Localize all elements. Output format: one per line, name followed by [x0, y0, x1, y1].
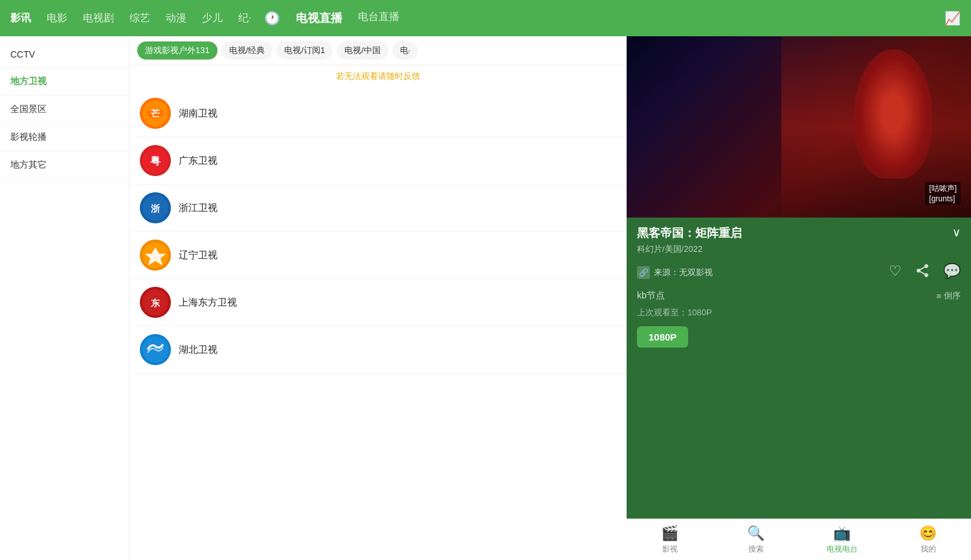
- bottom-nav-item-tv[interactable]: 📺 电视电台: [799, 525, 885, 555]
- nav-item-zongyi[interactable]: 综艺: [129, 12, 150, 25]
- channel-name-shanghai: 上海东方卫视: [179, 297, 237, 309]
- channel-item-shanghai[interactable]: 东 上海东方卫视: [129, 279, 627, 326]
- liaoning-logo-svg: [142, 242, 168, 268]
- quality-badge[interactable]: 1080P: [637, 326, 688, 348]
- channel-item-zhejiang[interactable]: 浙 浙江卫视: [129, 185, 627, 232]
- video-info-panel: 黑客帝国：矩阵重启 ∨ 科幻片/美国/2022 🔗 来源：无双影视 ♡ 💬: [627, 218, 971, 519]
- bottom-nav-icon-tv: 📺: [833, 525, 851, 542]
- overlay-channel-list: 游戏影视户外131 电视/经典 电视/订阅1 电视/中国 电· 若无法观看请随时…: [129, 36, 627, 560]
- left-panel: 榜单 分类 › 实时电影榜 每小时更新 实时电视榜 每小时更新 口碑榜 每周五更…: [0, 36, 627, 560]
- bottom-nav-label-mine: 我的: [921, 544, 936, 555]
- nav-item-yingxun[interactable]: 影讯: [10, 12, 31, 25]
- share-icon[interactable]: [915, 263, 930, 282]
- channel-item-guangdong[interactable]: 粤 广东卫视: [129, 137, 627, 185]
- channel-name-hubei: 湖北卫视: [179, 344, 218, 356]
- sidebar-item-movie-rotation[interactable]: 影视轮播: [0, 124, 129, 151]
- channel-name-liaoning: 辽宁卫视: [179, 249, 218, 262]
- video-title-row: 黑客帝国：矩阵重启 ∨: [637, 225, 961, 241]
- main-area: 榜单 分类 › 实时电影榜 每小时更新 实时电视榜 每小时更新 口碑榜 每周五更…: [0, 36, 971, 560]
- channel-name-hunan: 湖南卫视: [179, 107, 218, 120]
- nav-item-dongman[interactable]: 动漫: [166, 12, 186, 25]
- video-title: 黑客帝国：矩阵重启: [637, 225, 742, 241]
- svg-text:浙: 浙: [151, 203, 161, 214]
- share-svg: [915, 263, 930, 278]
- video-subtitle: [咕哝声] [grunts]: [925, 182, 961, 205]
- channel-tabs: 游戏影视户外131 电视/经典 电视/订阅1 电视/中国 电·: [129, 36, 627, 65]
- video-chevron-icon[interactable]: ∨: [952, 225, 961, 240]
- shanghai-logo-svg: 东: [142, 289, 168, 315]
- channel-item-hubei[interactable]: 湖北卫视: [129, 326, 627, 374]
- nav-item-dianshiju[interactable]: 电视剧: [83, 12, 114, 25]
- nav-live-radio[interactable]: 电台直播: [358, 10, 399, 26]
- kb-node-label[interactable]: kb节点: [637, 290, 665, 302]
- video-options-row: kb节点 ≡ 倒序: [637, 290, 961, 302]
- link-icon: 🔗: [637, 266, 650, 279]
- channel-tab-tv-more[interactable]: 电·: [392, 41, 419, 60]
- nav-item-list: 影讯 电影 电视剧 综艺 动漫 少儿 纪·: [10, 12, 251, 25]
- bottom-nav-right: 🎬 影视 🔍 搜索 📺 电视电台 😊 我的: [627, 519, 971, 560]
- video-meta: 科幻片/美国/2022: [637, 243, 961, 255]
- channel-logo-zhejiang: 浙: [140, 192, 171, 223]
- bottom-nav-icon-yingxun: 🎬: [661, 525, 678, 542]
- bottom-nav-item-search[interactable]: 🔍 搜索: [713, 525, 799, 555]
- reverse-order[interactable]: ≡ 倒序: [936, 290, 961, 302]
- top-navigation: 影讯 电影 电视剧 综艺 动漫 少儿 纪· 🕐 电视直播 电台直播 📈: [0, 0, 971, 36]
- channel-tab-tv-classic[interactable]: 电视/经典: [221, 41, 273, 60]
- svg-text:东: 东: [151, 298, 161, 308]
- bottom-nav-item-mine[interactable]: 😊 我的: [885, 525, 971, 555]
- guangdong-logo-svg: 粤: [142, 148, 168, 174]
- favorite-icon[interactable]: ♡: [889, 263, 902, 282]
- video-background: [627, 36, 971, 218]
- sidebar-item-national-scenic[interactable]: 全国景区: [0, 96, 129, 124]
- sidebar-item-local-satellite[interactable]: 地方卫视: [0, 68, 129, 96]
- svg-text:粤: 粤: [150, 155, 161, 166]
- video-actions: 🔗 来源：无双影视 ♡ 💬: [637, 263, 961, 282]
- nav-live-tv[interactable]: 电视直播: [296, 10, 342, 26]
- bottom-nav-icon-mine: 😊: [919, 525, 937, 542]
- channel-name-zhejiang: 浙江卫视: [179, 202, 218, 214]
- live-nav: 电视直播 电台直播: [296, 10, 399, 26]
- right-panel: [咕哝声] [grunts] 黑客帝国：矩阵重启 ∨ 科幻片/美国/2022 🔗…: [627, 36, 971, 560]
- bottom-nav-icon-search: 🔍: [747, 525, 765, 542]
- video-figure-silhouette: [854, 49, 932, 179]
- trend-icon[interactable]: 📈: [944, 10, 961, 26]
- channel-logo-guangdong: 粤: [140, 145, 171, 176]
- channel-item-liaoning[interactable]: 辽宁卫视: [129, 232, 627, 279]
- channel-list: 芒 湖南卫视 粤 广东卫视: [129, 87, 627, 376]
- nav-item-shaoer[interactable]: 少儿: [202, 12, 223, 25]
- channel-warning: 若无法观看请随时反馈: [129, 65, 627, 87]
- channel-logo-hubei: [140, 334, 171, 365]
- overlay-sidebar: CCTV 地方卫视 全国景区 影视轮播 地方其它: [0, 36, 129, 560]
- nav-item-ji[interactable]: 纪·: [238, 12, 251, 25]
- last-watch-label: 上次观看至：1080P: [637, 307, 961, 319]
- video-source: 🔗 来源：无双影视: [637, 266, 713, 279]
- zhejiang-logo-svg: 浙: [142, 195, 168, 221]
- channel-item-hunan[interactable]: 芒 湖南卫视: [129, 90, 627, 137]
- comment-icon[interactable]: 💬: [943, 263, 961, 282]
- video-area: [咕哝声] [grunts]: [627, 36, 971, 218]
- overlay-panel: CCTV 地方卫视 全国景区 影视轮播 地方其它 游戏影视户外131 电视/经典…: [0, 36, 627, 560]
- source-label: 来源：无双影视: [654, 267, 713, 278]
- bottom-nav-label-search: 搜索: [748, 544, 764, 555]
- hunan-logo-svg: 芒: [142, 100, 168, 126]
- channel-tab-game-outdoor[interactable]: 游戏影视户外131: [137, 41, 218, 60]
- svg-text:芒: 芒: [151, 108, 161, 118]
- action-icons: ♡ 💬: [889, 263, 961, 282]
- channel-logo-shanghai: 东: [140, 287, 171, 318]
- hubei-logo-svg: [142, 337, 168, 363]
- bottom-nav-item-yingxun[interactable]: 🎬 影视: [627, 525, 713, 555]
- bottom-nav-label-yingxun: 影视: [662, 544, 678, 555]
- sidebar-item-cctv[interactable]: CCTV: [0, 41, 129, 68]
- channel-logo-liaoning: [140, 240, 171, 271]
- channel-logo-hunan: 芒: [140, 98, 171, 129]
- channel-name-guangdong: 广东卫视: [179, 155, 218, 167]
- history-icon[interactable]: 🕐: [264, 10, 280, 26]
- channel-tab-tv-china[interactable]: 电视/中国: [337, 41, 388, 60]
- bottom-nav-label-tv: 电视电台: [827, 544, 858, 555]
- channel-tab-tv-sub[interactable]: 电视/订阅1: [276, 41, 333, 60]
- sidebar-item-local-other[interactable]: 地方其它: [0, 151, 129, 179]
- nav-item-dianying[interactable]: 电影: [47, 12, 67, 25]
